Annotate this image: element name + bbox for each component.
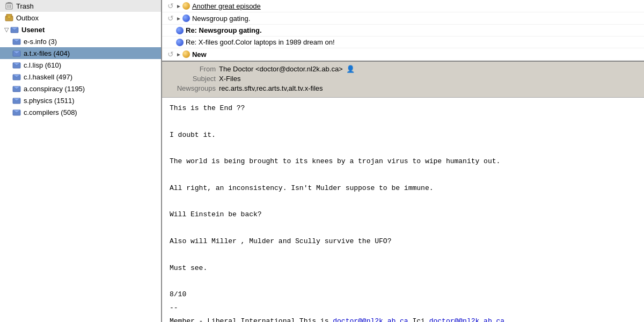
sidebar-item-es-info[interactable]: e-s.info (3) [0,35,161,47]
atx-files-icon [12,49,21,57]
body-line-5 [170,170,636,181]
from-label: From [167,65,216,73]
footer-link-1[interactable]: doctor@@nl2k.ab.ca [333,317,408,322]
from-row: From The Doctor <doctor@doctor.nl2k.ab.c… [167,65,639,73]
thread-item-1[interactable]: ↺ ► Another great episode [162,0,644,12]
sidebar-item-clhaskell-label: c.l.haskell (497) [24,73,72,81]
clhaskell-icon [12,72,21,81]
thread-title-1: Another great episode [192,2,261,10]
thread-ball-2 [182,14,190,22]
sidebar-item-usenet[interactable]: ▽ Usenet [0,24,161,35]
thread-list: ↺ ► Another great episode ↺ ► Newsgroup … [162,0,644,62]
body-line-14: 8/10 [170,289,636,301]
body-line-9 [170,223,636,234]
body-line-11 [170,250,636,261]
usenet-tree-arrow: ▽ [4,26,9,33]
trash-icon [4,2,14,10]
thread-item-4[interactable]: Re: X-files goof.Color laptops in 1989 d… [162,36,644,48]
body-line-16: Member - Liberal International This is d… [170,316,636,322]
thread-item-2[interactable]: ↺ ► Newsgroup gating. [162,12,644,25]
thread-title-4: Re: X-files goof.Color laptops in 1989 d… [186,38,335,46]
sidebar-item-outbox[interactable]: Outbox [0,12,161,24]
body-line-0: This is the End ?? [170,103,636,114]
subject-value: X-Files [219,75,240,83]
body-line-13 [170,276,636,287]
message-body[interactable]: This is the End ?? I doubt it. The world… [162,98,644,322]
sidebar-item-sphysics-label: s.physics (1511) [24,97,75,105]
sidebar: Trash Outbox ▽ Usenet [0,0,162,322]
footer-link-2[interactable]: doctor@@nl2k.ab.ca [429,317,504,322]
sidebar-item-trash[interactable]: Trash [0,0,161,12]
from-value: The Doctor <doctor@doctor.nl2k.ab.ca> [219,65,343,73]
subject-label: Subject [167,75,216,83]
sidebar-item-aconspiracy-label: a.conspiracy (1195) [24,85,85,93]
body-line-1 [170,116,636,128]
svg-rect-1 [8,2,11,3]
sidebar-item-atx-files[interactable]: a.t.x-files (404) [0,47,161,59]
body-line-10: Also will Miller , Mulder and Scully sur… [170,236,636,247]
sidebar-item-atx-files-label: a.t.x-files (404) [24,49,70,57]
subject-row: Subject X-Files [167,75,639,83]
thread-refresh-icon-1: ↺ [165,1,176,11]
sidebar-item-ccompilers[interactable]: c.compilers (508) [0,106,161,118]
sidebar-item-cllisp[interactable]: c.l.lisp (610) [0,59,161,71]
body-line-3 [170,143,636,154]
sidebar-item-aconspiracy[interactable]: a.conspiracy (1195) [0,83,161,94]
thread-title-5: New [192,50,207,58]
body-line-7 [170,196,636,208]
thread-ball-5 [182,50,190,58]
thread-refresh-icon-5: ↺ [165,49,176,59]
ccompilers-icon [12,108,21,116]
outbox-icon [4,13,14,22]
sidebar-item-ccompilers-label: c.compilers (508) [24,108,77,116]
sphysics-icon [12,96,21,105]
body-line-2: I doubt it. [170,130,636,141]
thread-ball-4 [176,39,184,46]
body-line-4: The world is being brought to its knees … [170,156,636,167]
thread-arrow-1: ► [176,3,181,9]
thread-item-3[interactable]: Re: Newsgroup gating. [162,25,644,36]
thread-arrow-5: ► [176,52,181,57]
thread-ball-1 [182,2,190,10]
person-icon: 👤 [346,65,355,73]
body-line-12: Must see. [170,263,636,274]
aconspiracy-icon [12,84,21,93]
sidebar-item-sphysics[interactable]: s.physics (1511) [0,94,161,106]
usenet-icon [10,25,19,34]
thread-arrow-2: ► [176,16,181,21]
thread-refresh-icon-2: ↺ [165,13,176,23]
thread-title-3: Re: Newsgroup gating. [186,26,262,34]
sidebar-item-usenet-label: Usenet [21,26,45,34]
thread-ball-3 [176,27,184,34]
thread-item-5[interactable]: ↺ ► New [162,48,644,61]
sidebar-item-es-info-label: e-s.info (3) [24,38,57,46]
body-line-6: All right, an inconsistency. Isn't Mulde… [170,183,636,194]
es-info-icon [12,37,21,46]
newsgroups-value: rec.arts.sftv,rec.arts.tv,alt.tv.x-files [219,84,323,92]
thread-title-2: Newsgroup gating. [192,14,250,23]
sidebar-item-clhaskell[interactable]: c.l.haskell (497) [0,71,161,83]
body-line-15: -- [170,303,636,314]
newsgroups-label: Newsgroups [167,84,216,92]
sidebar-item-outbox-label: Outbox [16,14,39,22]
right-panel: ↺ ► Another great episode ↺ ► Newsgroup … [162,0,644,322]
sidebar-item-trash-label: Trash [16,2,34,10]
message-header: From The Doctor <doctor@doctor.nl2k.ab.c… [162,62,644,98]
body-line-8: Will Einstein be back? [170,209,636,221]
sidebar-item-cllisp-label: c.l.lisp (610) [24,61,61,69]
newsgroups-row: Newsgroups rec.arts.sftv,rec.arts.tv,alt… [167,84,639,92]
cllisp-icon [12,61,21,69]
